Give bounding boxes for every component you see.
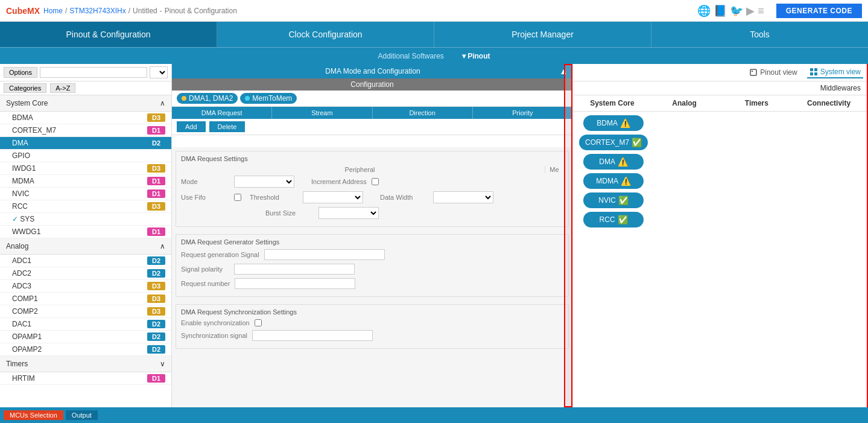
data-width-select[interactable] (433, 191, 493, 203)
threshold-select[interactable] (303, 191, 363, 203)
badge-rcc[interactable]: RCC ✅ (583, 212, 644, 227)
mode-select[interactable] (234, 176, 294, 188)
use-fifo-label: Use Fifo (181, 194, 229, 201)
breadcrumb-device[interactable]: STM32H743XIHx (69, 7, 125, 15)
tab-tools[interactable]: Tools (651, 22, 868, 47)
sync-signal-input[interactable] (252, 330, 373, 341)
middlewares-label: Middlewares (820, 84, 861, 92)
data-rows-area (172, 135, 572, 147)
output-button[interactable]: Output (66, 410, 98, 420)
sidebar-item-hrtim[interactable]: HRTIM D1 (0, 372, 171, 385)
add-button[interactable]: Add (177, 121, 206, 132)
col-dma-request: DMA Request (172, 107, 272, 119)
svg-rect-3 (814, 68, 817, 71)
sidebar-item-wwdg1[interactable]: WWDG1 D1 (0, 226, 171, 238)
sidebar-item-bdma[interactable]: BDMA D3 (0, 112, 171, 124)
increment-label: Increment Address (311, 178, 367, 185)
mcu-selection-button[interactable]: MCUs Selection (4, 410, 63, 420)
sidebar-item-mdma[interactable]: MDMA D1 (0, 175, 171, 188)
sidebar-item-gpio[interactable]: GPIO (0, 150, 171, 162)
filter-az-button[interactable]: A->Z (50, 83, 75, 93)
request-signal-input[interactable] (264, 249, 385, 260)
mode-label: Mode (181, 178, 229, 185)
pinout-icon (749, 68, 758, 77)
generate-code-button[interactable]: GENERATE CODE (776, 4, 862, 18)
sidebar-item-comp1[interactable]: COMP1 D3 (0, 293, 171, 305)
action-row: Add Delete (172, 119, 572, 135)
burst-size-label: Burst Size (265, 209, 314, 217)
use-fifo-checkbox[interactable] (234, 194, 241, 201)
dma-request-settings: DMA Request Settings Peripheral Me Mode … (176, 151, 569, 227)
sidebar-item-rcc[interactable]: RCC D3 (0, 200, 171, 213)
dma-tab-dma1-dma2[interactable]: DMA1, DMA2 (177, 93, 238, 104)
check-icon-nvic: ✅ (618, 196, 629, 205)
badge-nvic[interactable]: NVIC ✅ (583, 192, 644, 208)
sidebar-item-comp2[interactable]: COMP2 D3 (0, 305, 171, 318)
breadcrumb-home[interactable]: Home (43, 7, 63, 15)
pinout-view-button[interactable]: Pinout view (747, 67, 799, 78)
warning-icon-bdma: ⚠️ (620, 118, 630, 128)
signal-polarity-input[interactable] (234, 264, 355, 275)
sidebar-item-adc1[interactable]: ADC1 D2 (0, 255, 171, 267)
sidebar-item-sys[interactable]: ✓ SYS (0, 213, 171, 226)
tab-clock[interactable]: Clock Configuration (217, 22, 434, 47)
tab-pinout[interactable]: Pinout & Configuration (0, 22, 217, 47)
logo: CubeMX (6, 6, 40, 16)
sidebar-item-nvic[interactable]: NVIC D1 (0, 188, 171, 200)
sidebar-item-opamp2[interactable]: OPAMP2 D2 (0, 343, 171, 356)
increment-checkbox[interactable] (372, 178, 379, 185)
delete-button[interactable]: Delete (209, 121, 246, 132)
enable-sync-row: Enable synchronization (181, 319, 563, 326)
sub-tab-additional[interactable]: Additional Softwares (378, 52, 443, 60)
sidebar-item-dma[interactable]: DMA D2 (0, 137, 171, 150)
config-label: Configuration (350, 80, 393, 89)
sidebar-item-adc2[interactable]: ADC2 D2 (0, 267, 171, 280)
col-hdr-system-core: System Core (579, 99, 645, 107)
sidebar-item-iwdg1[interactable]: IWDG1 D3 (0, 162, 171, 175)
sub-tab-pinout[interactable]: ▾ Pinout (462, 52, 490, 60)
tab-project[interactable]: Project Manager (434, 22, 651, 47)
grid-col-headers: System Core Analog Timers Connectivity (573, 95, 868, 112)
badge-bdma[interactable]: BDMA ⚠️ (583, 115, 644, 131)
grid-items-row: BDMA ⚠️ CORTEX_M7 ✅ DMA ⚠️ MDMA ⚠️ NVIC (573, 112, 868, 407)
filter-categories-button[interactable]: Categories (4, 83, 46, 93)
svg-rect-5 (814, 72, 817, 75)
enable-sync-checkbox[interactable] (255, 319, 262, 326)
breadcrumb-area: CubeMX Home / STM32H743XIHx / Untitled -… (6, 6, 237, 16)
bottom-bar: MCUs Selection Output (0, 407, 868, 423)
mode-row: Mode Increment Address (181, 176, 563, 188)
main-panel: DMA Mode and Configuration ▲ Configurati… (172, 64, 572, 407)
category-system-core[interactable]: System Core ∧ (0, 95, 171, 112)
signal-polarity-row: Signal polarity (181, 264, 563, 275)
warning-icon-mdma: ⚠️ (621, 176, 631, 186)
category-analog[interactable]: Analog ∧ (0, 238, 171, 255)
memtomem-tab-label: MemToMem (252, 94, 292, 103)
sidebar-item-cortex-m7[interactable]: CORTEX_M7 D1 (0, 124, 171, 137)
breadcrumb-page: Pinout & Configuration (165, 7, 237, 15)
scrollbar-track (564, 64, 572, 407)
dma-tab-memtomem[interactable]: MemToMem (240, 93, 297, 104)
sidebar-item-adc3[interactable]: ADC3 D3 (0, 280, 171, 293)
sidebar-item-opamp1[interactable]: OPAMP1 D2 (0, 331, 171, 343)
search-input[interactable] (40, 67, 147, 78)
badge-cortex-m7[interactable]: CORTEX_M7 ✅ (579, 135, 648, 150)
dma-sync-settings: DMA Request Synchronization Settings Ena… (176, 304, 569, 349)
system-view-button[interactable]: System view (807, 66, 863, 78)
burst-size-select[interactable] (318, 207, 379, 219)
threshold-label: Threshold (250, 194, 298, 201)
main-tabs: Pinout & Configuration Clock Configurati… (0, 22, 868, 47)
peripheral-col-label: Peripheral (181, 166, 545, 173)
options-button[interactable]: Options (4, 67, 37, 78)
svg-rect-1 (752, 71, 753, 72)
request-number-input[interactable] (235, 278, 355, 289)
category-timers[interactable]: Timers ∨ (0, 356, 171, 372)
search-dropdown[interactable] (150, 66, 168, 78)
tab-dot-blue (245, 96, 250, 101)
badge-dma[interactable]: DMA ⚠️ (583, 154, 644, 170)
badge-mdma[interactable]: MDMA ⚠️ (583, 173, 644, 189)
signal-polarity-label: Signal polarity (181, 266, 229, 273)
col-hdr-analog: Analog (651, 99, 718, 107)
sync-signal-row: Synchronization signal (181, 330, 563, 341)
sidebar-item-dac1[interactable]: DAC1 D2 (0, 318, 171, 331)
request-signal-label: Request generation Signal (181, 251, 259, 258)
